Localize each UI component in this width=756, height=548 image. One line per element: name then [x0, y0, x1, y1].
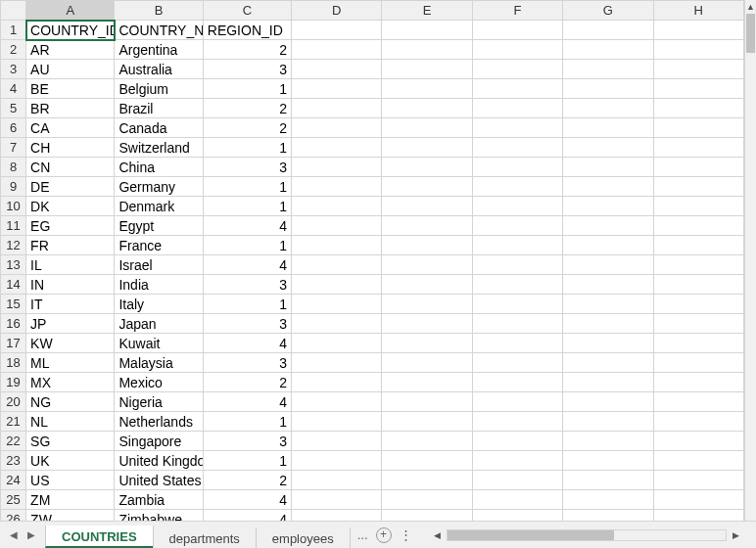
cell-G18[interactable] [563, 353, 653, 373]
tab-prev-button[interactable]: ◀ [10, 529, 18, 540]
cell-D17[interactable] [292, 334, 382, 353]
spreadsheet-grid[interactable]: ABCDEFGH1COUNTRY_IDCOUNTRY_NAMEREGION_ID… [0, 0, 744, 521]
cell-H23[interactable] [653, 451, 743, 471]
cell-F11[interactable] [472, 216, 562, 236]
cell-C22[interactable]: 3 [203, 432, 291, 451]
cell-D5[interactable] [292, 99, 382, 118]
cell-D13[interactable] [292, 255, 382, 275]
cell-B20[interactable]: Nigeria [115, 392, 203, 412]
cell-A16[interactable]: JP [26, 314, 115, 334]
cell-C17[interactable]: 4 [203, 334, 291, 353]
cell-H15[interactable] [653, 295, 743, 314]
cell-H1[interactable] [653, 21, 743, 40]
column-header-E[interactable]: E [382, 1, 472, 21]
cell-H16[interactable] [653, 314, 743, 334]
cell-E2[interactable] [382, 40, 472, 60]
hscroll-thumb[interactable] [448, 530, 615, 540]
cell-H11[interactable] [653, 216, 743, 236]
cell-A11[interactable]: EG [26, 216, 115, 236]
cell-B10[interactable]: Denmark [115, 197, 203, 216]
cell-E26[interactable] [382, 510, 472, 522]
cell-H13[interactable] [653, 255, 743, 275]
cell-G10[interactable] [563, 197, 653, 216]
cell-F24[interactable] [472, 471, 562, 490]
cell-G15[interactable] [563, 295, 653, 314]
row-header-18[interactable]: 18 [1, 353, 26, 373]
cell-B17[interactable]: Kuwait [115, 334, 203, 353]
cell-B4[interactable]: Belgium [115, 79, 203, 99]
cell-D26[interactable] [292, 510, 382, 522]
cell-F13[interactable] [472, 255, 562, 275]
tab-overflow-label[interactable]: ... [357, 527, 368, 542]
cell-B23[interactable]: United Kingdom [115, 451, 203, 471]
cell-D3[interactable] [292, 60, 382, 79]
cell-E12[interactable] [382, 236, 472, 255]
cell-D19[interactable] [292, 373, 382, 392]
sheet-tab-departments[interactable]: departments [153, 527, 257, 548]
cell-A26[interactable]: ZW [26, 510, 115, 522]
tab-next-button[interactable]: ▶ [27, 529, 35, 540]
row-header-3[interactable]: 3 [1, 60, 26, 79]
cell-E20[interactable] [382, 392, 472, 412]
cell-H12[interactable] [653, 236, 743, 255]
cell-G4[interactable] [563, 79, 653, 99]
cell-E7[interactable] [382, 138, 472, 158]
cell-H22[interactable] [653, 432, 743, 451]
cell-A17[interactable]: KW [26, 334, 115, 353]
cell-E16[interactable] [382, 314, 472, 334]
cell-D21[interactable] [292, 412, 382, 432]
cell-E25[interactable] [382, 490, 472, 510]
column-header-F[interactable]: F [472, 1, 562, 21]
cell-F25[interactable] [472, 490, 562, 510]
cell-D15[interactable] [292, 295, 382, 314]
horizontal-scrollbar[interactable]: ◀ ▶ [429, 522, 744, 548]
cell-B21[interactable]: Netherlands [115, 412, 203, 432]
cell-F10[interactable] [472, 197, 562, 216]
cell-H14[interactable] [653, 275, 743, 295]
sheet-tab-employees[interactable]: employees [256, 527, 351, 548]
cell-G7[interactable] [563, 138, 653, 158]
cell-F5[interactable] [472, 99, 562, 118]
cell-C6[interactable]: 2 [203, 118, 291, 138]
cell-D12[interactable] [292, 236, 382, 255]
cell-C21[interactable]: 1 [203, 412, 291, 432]
cell-D9[interactable] [292, 177, 382, 197]
cell-F23[interactable] [472, 451, 562, 471]
cell-H2[interactable] [653, 40, 743, 60]
cell-A9[interactable]: DE [26, 177, 115, 197]
cell-B12[interactable]: France [115, 236, 203, 255]
cell-H20[interactable] [653, 392, 743, 412]
scroll-left-button[interactable]: ◀ [431, 530, 445, 540]
cell-B22[interactable]: Singapore [115, 432, 203, 451]
cell-H21[interactable] [653, 412, 743, 432]
cell-B8[interactable]: China [115, 158, 203, 177]
row-header-26[interactable]: 26 [1, 510, 26, 522]
row-header-23[interactable]: 23 [1, 451, 26, 471]
cell-H18[interactable] [653, 353, 743, 373]
cell-E22[interactable] [382, 432, 472, 451]
add-sheet-button[interactable]: + [376, 527, 392, 543]
row-header-11[interactable]: 11 [1, 216, 26, 236]
cell-C4[interactable]: 1 [203, 79, 291, 99]
cell-G21[interactable] [563, 412, 653, 432]
row-header-22[interactable]: 22 [1, 432, 26, 451]
cell-E9[interactable] [382, 177, 472, 197]
row-header-19[interactable]: 19 [1, 373, 26, 392]
cell-F9[interactable] [472, 177, 562, 197]
cell-F2[interactable] [472, 40, 562, 60]
cell-G2[interactable] [563, 40, 653, 60]
hscroll-track[interactable] [447, 529, 727, 541]
cell-C20[interactable]: 4 [203, 392, 291, 412]
cell-B1[interactable]: COUNTRY_NAME [115, 21, 203, 40]
cell-B14[interactable]: India [115, 275, 203, 295]
cell-F15[interactable] [472, 295, 562, 314]
cell-G13[interactable] [563, 255, 653, 275]
row-header-4[interactable]: 4 [1, 79, 26, 99]
row-header-15[interactable]: 15 [1, 295, 26, 314]
cell-G6[interactable] [563, 118, 653, 138]
cell-B2[interactable]: Argentina [115, 40, 203, 60]
cell-F12[interactable] [472, 236, 562, 255]
cell-G22[interactable] [563, 432, 653, 451]
cell-E10[interactable] [382, 197, 472, 216]
cell-D23[interactable] [292, 451, 382, 471]
